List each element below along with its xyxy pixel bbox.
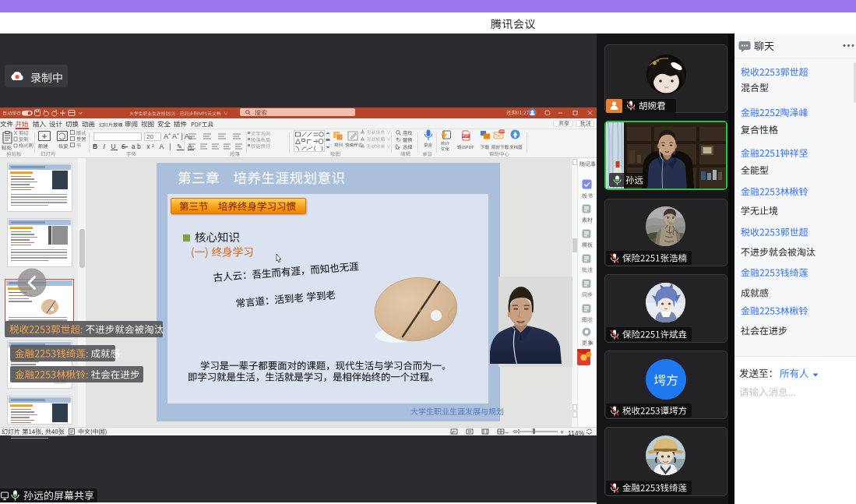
svg-text:PDF: PDF (463, 134, 470, 138)
svg-text:NEW: NEW (499, 130, 505, 133)
